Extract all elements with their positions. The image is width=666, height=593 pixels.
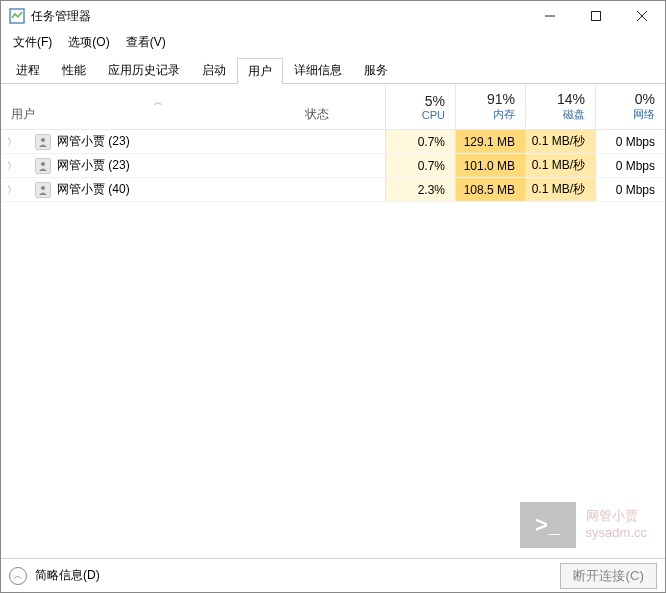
- col-memory[interactable]: 91% 内存: [455, 84, 525, 129]
- maximize-button[interactable]: [573, 1, 619, 31]
- chevron-right-icon[interactable]: 〉: [1, 183, 17, 197]
- cpu-percent: 5%: [425, 93, 445, 109]
- tab-startup[interactable]: 启动: [191, 57, 237, 83]
- cell-disk: 0.1 MB/秒: [525, 154, 595, 177]
- window-controls: [527, 1, 665, 31]
- user-icon: [35, 158, 51, 174]
- memory-percent: 91%: [487, 91, 515, 107]
- user-list: 〉网管小贾 (23)0.7%129.1 MB0.1 MB/秒0 Mbps〉网管小…: [1, 130, 665, 558]
- disk-percent: 14%: [557, 91, 585, 107]
- cell-network: 0 Mbps: [595, 178, 665, 201]
- cell-network: 0 Mbps: [595, 130, 665, 153]
- cell-memory: 101.0 MB: [455, 154, 525, 177]
- menubar: 文件(F) 选项(O) 查看(V): [1, 31, 665, 53]
- col-user[interactable]: ︿ 用户: [1, 84, 305, 129]
- footer: ︿ 简略信息(D) 断开连接(C): [1, 558, 665, 592]
- chevron-right-icon[interactable]: 〉: [1, 159, 17, 173]
- watermark-line1: 网管小贾: [586, 508, 647, 525]
- svg-rect-2: [592, 12, 601, 21]
- titlebar: 任务管理器: [1, 1, 665, 31]
- col-user-label: 用户: [11, 107, 35, 121]
- menu-file[interactable]: 文件(F): [5, 32, 60, 53]
- disconnect-button[interactable]: 断开连接(C): [560, 563, 657, 589]
- tab-details[interactable]: 详细信息: [283, 57, 353, 83]
- tab-app-history[interactable]: 应用历史记录: [97, 57, 191, 83]
- user-name: 网管小贾 (23): [57, 157, 305, 174]
- sort-indicator-icon: ︿: [11, 96, 305, 106]
- menu-options[interactable]: 选项(O): [60, 32, 117, 53]
- user-name: 网管小贾 (40): [57, 181, 305, 198]
- watermark-icon: >_: [520, 502, 576, 548]
- col-status[interactable]: 状态: [305, 84, 385, 129]
- menu-view[interactable]: 查看(V): [118, 32, 174, 53]
- svg-point-6: [41, 162, 45, 166]
- svg-point-7: [41, 186, 45, 190]
- tab-processes[interactable]: 进程: [5, 57, 51, 83]
- chevron-right-icon[interactable]: 〉: [1, 135, 17, 149]
- tab-performance[interactable]: 性能: [51, 57, 97, 83]
- cell-cpu: 0.7%: [385, 154, 455, 177]
- cell-cpu: 0.7%: [385, 130, 455, 153]
- user-row[interactable]: 〉网管小贾 (23)0.7%129.1 MB0.1 MB/秒0 Mbps: [1, 130, 665, 154]
- user-row[interactable]: 〉网管小贾 (40)2.3%108.5 MB0.1 MB/秒0 Mbps: [1, 178, 665, 202]
- disk-label: 磁盘: [563, 107, 585, 122]
- cell-disk: 0.1 MB/秒: [525, 178, 595, 201]
- col-disk[interactable]: 14% 磁盘: [525, 84, 595, 129]
- tab-bar: 进程 性能 应用历史记录 启动 用户 详细信息 服务: [1, 53, 665, 84]
- user-icon: [35, 182, 51, 198]
- network-percent: 0%: [635, 91, 655, 107]
- col-cpu[interactable]: 5% CPU: [385, 84, 455, 129]
- cell-network: 0 Mbps: [595, 154, 665, 177]
- cell-disk: 0.1 MB/秒: [525, 130, 595, 153]
- app-icon: [9, 8, 25, 24]
- cell-memory: 129.1 MB: [455, 130, 525, 153]
- col-network[interactable]: 0% 网络: [595, 84, 665, 129]
- svg-point-5: [41, 138, 45, 142]
- close-button[interactable]: [619, 1, 665, 31]
- watermark-text: 网管小贾 sysadm.cc: [586, 508, 647, 542]
- cpu-label: CPU: [422, 109, 445, 121]
- window-title: 任务管理器: [31, 8, 527, 25]
- user-row[interactable]: 〉网管小贾 (23)0.7%101.0 MB0.1 MB/秒0 Mbps: [1, 154, 665, 178]
- watermark-line2: sysadm.cc: [586, 525, 647, 542]
- tab-users[interactable]: 用户: [237, 58, 283, 84]
- cell-cpu: 2.3%: [385, 178, 455, 201]
- memory-label: 内存: [493, 107, 515, 122]
- network-label: 网络: [633, 107, 655, 122]
- details-toggle[interactable]: 简略信息(D): [35, 567, 100, 584]
- column-headers: ︿ 用户 状态 5% CPU 91% 内存 14% 磁盘 0% 网络: [1, 84, 665, 130]
- expand-up-icon[interactable]: ︿: [9, 567, 27, 585]
- minimize-button[interactable]: [527, 1, 573, 31]
- tab-services[interactable]: 服务: [353, 57, 399, 83]
- cell-memory: 108.5 MB: [455, 178, 525, 201]
- user-icon: [35, 134, 51, 150]
- watermark: >_ 网管小贾 sysadm.cc: [520, 502, 647, 548]
- user-name: 网管小贾 (23): [57, 133, 305, 150]
